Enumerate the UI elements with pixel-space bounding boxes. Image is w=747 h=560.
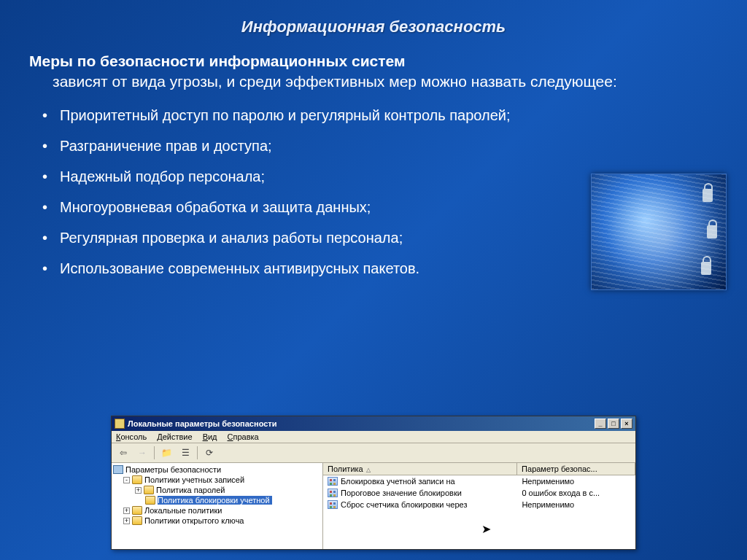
tree-node[interactable]: + Локальные политики xyxy=(113,505,321,516)
settings-icon xyxy=(113,465,123,474)
refresh-button[interactable]: ⟳ xyxy=(202,446,217,460)
cell-text: Неприменимо xyxy=(517,476,635,486)
expand-icon[interactable]: + xyxy=(135,487,142,494)
cell-text: Сброс счетчика блокировки через xyxy=(341,500,467,509)
menu-item[interactable]: Действие xyxy=(157,432,192,441)
list-item[interactable]: Блокировка учетной записи на Неприменимо xyxy=(323,475,635,487)
policy-icon xyxy=(328,500,338,509)
column-label: Политика xyxy=(328,464,363,473)
tree-label: Политика паролей xyxy=(156,486,225,494)
menu-item[interactable]: Вид xyxy=(203,432,217,441)
padlock-icon xyxy=(703,189,713,202)
maximize-button[interactable]: □ xyxy=(608,419,619,429)
slide-heading: Меры по безопасности информационных сист… xyxy=(29,51,718,93)
tree-node[interactable]: + Политики открытого ключа xyxy=(113,516,321,526)
tree-node[interactable]: - Политики учетных записей xyxy=(113,475,321,485)
cell-text: Неприменимо xyxy=(517,499,635,510)
heading-rest: зависят от вида угрозы, и среди эффектив… xyxy=(29,71,718,92)
menu-item[interactable]: Консоль xyxy=(116,432,147,441)
up-folder-button[interactable]: 📁 xyxy=(159,446,174,460)
expand-icon[interactable]: + xyxy=(123,508,130,514)
tree-label: Политика блокировки учетной xyxy=(158,496,272,505)
tree-label: Политики открытого ключа xyxy=(144,516,244,525)
toolbar-separator xyxy=(154,446,155,459)
security-settings-window: Локальные параметры безопасности _ □ × К… xyxy=(111,416,636,550)
cell-text: Блокировка учетной записи на xyxy=(341,477,455,486)
cell-text: Пороговое значение блокировки xyxy=(341,489,462,497)
folder-icon xyxy=(132,516,142,525)
bullet-item: Приоритетный доступ по паролю и регулярн… xyxy=(42,106,553,125)
list-item[interactable]: Сброс счетчика блокировки через Непримен… xyxy=(323,499,635,510)
column-header[interactable]: Параметр безопас... xyxy=(517,463,635,475)
slide-title: Информационная безопасность xyxy=(0,0,747,44)
back-button[interactable]: ⇦ xyxy=(116,446,131,460)
toolbar-separator xyxy=(197,446,198,459)
window-titlebar[interactable]: Локальные параметры безопасности _ □ × xyxy=(112,416,635,431)
close-button[interactable]: × xyxy=(621,419,632,429)
padlock-icon xyxy=(701,262,711,275)
cell-text: 0 ошибок входа в с... xyxy=(517,488,635,498)
tree-label: Политики учетных записей xyxy=(144,475,244,484)
heading-bold: Меры по безопасности информационных сист… xyxy=(29,52,405,69)
collapse-icon[interactable]: - xyxy=(123,477,130,483)
minimize-button[interactable]: _ xyxy=(595,419,606,429)
tree-label: Параметры безопасности xyxy=(125,465,221,474)
policy-icon xyxy=(328,477,338,486)
sort-asc-icon: △ xyxy=(366,467,371,473)
decorative-security-image xyxy=(591,174,727,290)
folder-icon xyxy=(132,506,142,515)
mouse-cursor-icon: ➤ xyxy=(481,522,491,536)
menubar: Консоль Действие Вид Справка xyxy=(112,431,635,443)
expand-icon[interactable]: + xyxy=(123,518,130,524)
menu-item[interactable]: Справка xyxy=(228,432,259,441)
window-title: Локальные параметры безопасности xyxy=(128,419,276,428)
window-controls: _ □ × xyxy=(595,419,632,429)
tree-root[interactable]: Параметры безопасности xyxy=(113,464,321,475)
tree-node-selected[interactable]: Политика блокировки учетной xyxy=(113,495,321,505)
column-header[interactable]: Политика△ xyxy=(323,463,517,475)
folder-icon xyxy=(145,496,155,505)
bullet-item: Разграничение прав и доступа; xyxy=(42,136,718,156)
tree-pane[interactable]: Параметры безопасности - Политики учетны… xyxy=(112,463,323,549)
forward-button[interactable]: → xyxy=(135,446,150,460)
toolbar: ⇦ → 📁 ☰ ⟳ xyxy=(112,443,635,463)
padlock-icon xyxy=(707,225,717,238)
tree-node[interactable]: + Политика паролей xyxy=(113,485,321,495)
list-item[interactable]: Пороговое значение блокировки 0 ошибок в… xyxy=(323,487,635,499)
folder-icon xyxy=(144,486,154,494)
properties-button[interactable]: ☰ xyxy=(178,446,193,460)
tree-label: Локальные политики xyxy=(144,506,222,515)
folder-icon xyxy=(132,475,142,484)
policy-icon xyxy=(328,489,338,497)
list-pane: Политика△ Параметр безопас... Блокировка… xyxy=(323,463,635,549)
window-icon xyxy=(115,419,125,429)
list-header: Политика△ Параметр безопас... xyxy=(323,463,635,475)
